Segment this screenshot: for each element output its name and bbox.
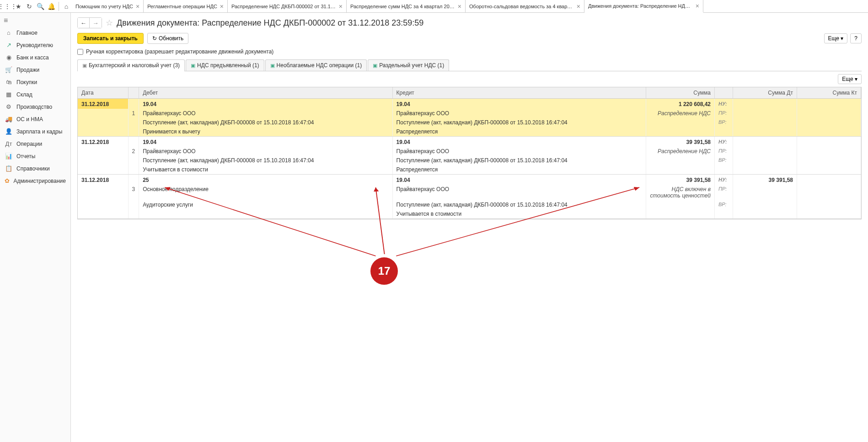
entry-detail-row[interactable]: 2 Прайватерхаус ООО Прайватерхаус ООО Ра… — [78, 147, 861, 156]
currency-label: ПР: — [715, 109, 733, 118]
inner-tab-label: Необлагаемые НДС операции (1) — [277, 62, 362, 69]
tab-close-icon[interactable]: × — [339, 3, 343, 10]
sidebar-item[interactable]: 👤Зарплата и кадры — [0, 125, 70, 138]
credit-account: 19.04 — [392, 99, 646, 109]
currency-label: НУ: — [715, 175, 733, 185]
sidebar-icon: ↗ — [5, 42, 13, 48]
tab-close-icon[interactable]: × — [136, 3, 139, 10]
desc-cell — [646, 118, 715, 127]
entry-number: 2 — [128, 147, 139, 156]
entry-detail-row[interactable]: Поступление (акт, накладная) ДКБП-000008… — [78, 118, 861, 127]
search-icon[interactable]: 🔍 — [35, 1, 46, 12]
sidebar-item[interactable]: ⌂Главное — [0, 27, 70, 39]
sidebar-item[interactable]: ▦Склад — [0, 88, 70, 101]
page-header: ← → ☆ Движения документа: Распределение … — [77, 17, 862, 28]
bell-icon[interactable]: 🔔 — [46, 1, 57, 12]
nav-back-button[interactable]: ← — [78, 18, 90, 28]
annotation-badge: 17 — [370, 257, 398, 285]
sum-kt — [797, 175, 861, 185]
sidebar-item[interactable]: 🛒Продажи — [0, 64, 70, 76]
home-icon[interactable]: ⌂ — [61, 1, 72, 12]
tab-close-icon[interactable]: × — [577, 3, 580, 10]
entry-header-row[interactable]: 31.12.2018 25 19.04 39 391,58 НУ: 39 391… — [78, 175, 861, 185]
sidebar-item[interactable]: 📊Отчеты — [0, 150, 70, 162]
entry-header-row[interactable]: 31.12.2018 19.04 19.04 39 391,58 НУ: — [78, 137, 861, 147]
hamburger-icon[interactable]: ≡ — [0, 15, 70, 27]
sidebar-item[interactable]: 🛍Покупки — [0, 76, 70, 88]
sidebar-item[interactable]: ✿Администрирование — [0, 175, 70, 187]
nav-forward-button[interactable]: → — [90, 18, 102, 28]
help-button[interactable]: ? — [850, 33, 862, 43]
refresh-button[interactable]: ↻ Обновить — [147, 33, 188, 44]
debit-detail: Учитывается в стоимости — [139, 165, 392, 174]
currency-label: ВР: — [715, 156, 733, 165]
sidebar-icon: Дт — [5, 140, 13, 147]
column-header[interactable]: Сумма Дт — [733, 87, 797, 99]
column-header[interactable]: Дата — [78, 87, 128, 99]
inner-tab-icon: ▣ — [373, 63, 377, 69]
app-tab[interactable]: Помощник по учету НДС× — [72, 0, 144, 13]
debit-detail: Принимается к вычету — [139, 127, 392, 136]
inner-tab-icon: ▣ — [270, 63, 275, 69]
column-header[interactable]: Дебет — [139, 87, 392, 99]
app-tab[interactable]: Распределение НДС ДКБП-000002 от 31.12..… — [228, 0, 347, 13]
debit-account: 19.04 — [139, 137, 392, 147]
app-tab[interactable]: Регламентные операции НДС× — [144, 0, 228, 13]
sidebar-icon: ▦ — [5, 91, 13, 98]
app-tab[interactable]: Движения документа: Распределение НДС ..… — [584, 0, 703, 13]
entry-detail-row[interactable]: Учитывается в стоимости — [78, 209, 861, 218]
currency-label: ПР: — [715, 185, 733, 200]
tab-close-icon[interactable]: × — [458, 3, 461, 10]
debit-detail: Основное подразделение — [139, 185, 392, 200]
desc-cell — [646, 165, 715, 174]
save-close-button[interactable]: Записать и закрыть — [77, 33, 144, 44]
manual-edit-label: Ручная корректировка (разрешает редактир… — [86, 48, 273, 55]
entry-detail-row[interactable]: Поступление (акт, накладная) ДКБП-000008… — [78, 156, 861, 165]
credit-detail: Распределяется — [392, 127, 646, 136]
sidebar-icon: ◉ — [5, 54, 13, 61]
inner-tab[interactable]: ▣Бухгалтерский и налоговый учет (3) — [77, 59, 185, 71]
entry-detail-row[interactable]: 3 Основное подразделение Прайватерхаус О… — [78, 185, 861, 200]
more-button[interactable]: Еще ▾ — [824, 33, 848, 43]
sidebar-label: Производство — [16, 104, 52, 110]
history-icon[interactable]: ↻ — [24, 1, 35, 12]
sidebar-item[interactable]: ДтОперации — [0, 138, 70, 150]
sum-kt — [797, 99, 861, 109]
inner-tab[interactable]: ▣НДС предъявленный (1) — [186, 59, 264, 71]
table-more-button[interactable]: Еще ▾ — [838, 74, 862, 84]
sum-dt: 39 391,58 — [733, 175, 797, 185]
credit-detail: Поступление (акт, накладная) ДКБП-000008… — [392, 200, 646, 209]
sidebar-item[interactable]: ↗Руководителю — [0, 39, 70, 51]
entry-detail-row[interactable]: 1 Прайватерхаус ООО Прайватерхаус ООО Ра… — [78, 109, 861, 118]
sidebar-item[interactable]: 🚚ОС и НМА — [0, 113, 70, 125]
column-header[interactable] — [715, 87, 733, 99]
sidebar-item[interactable]: ◉Банк и касса — [0, 51, 70, 64]
inner-tab[interactable]: ▣Необлагаемые НДС операции (1) — [265, 59, 367, 71]
desc-cell — [646, 209, 715, 218]
sidebar-item[interactable]: ⚙Производство — [0, 101, 70, 113]
entry-detail-row[interactable]: Учитывается в стоимости Распределяется — [78, 165, 861, 174]
entry-detail-row[interactable]: Принимается к вычету Распределяется — [78, 127, 861, 136]
inner-tabs: ▣Бухгалтерский и налоговый учет (3)▣НДС … — [77, 59, 862, 71]
sidebar-label: Продажи — [16, 67, 39, 73]
credit-detail: Распределяется — [392, 165, 646, 174]
column-header[interactable]: Кредит — [392, 87, 646, 99]
tab-close-icon[interactable]: × — [696, 2, 699, 10]
sidebar-item[interactable]: 📋Справочники — [0, 162, 70, 175]
app-tab[interactable]: Оборотно-сальдовая ведомость за 4 кварта… — [466, 0, 584, 13]
manual-edit-checkbox[interactable] — [77, 49, 83, 55]
apps-icon[interactable]: ⋮⋮⋮ — [2, 1, 13, 12]
star-icon[interactable]: ★ — [13, 1, 24, 12]
entry-detail-row[interactable]: Аудиторские услуги Поступление (акт, нак… — [78, 200, 861, 209]
desc-cell: Распределение НДС — [646, 109, 715, 118]
inner-tab[interactable]: ▣Раздельный учет НДС (1) — [368, 59, 449, 71]
content-area: ← → ☆ Движения документа: Распределение … — [71, 13, 868, 442]
sidebar-icon: ✿ — [5, 177, 10, 184]
column-header[interactable]: Сумма Кт — [797, 87, 861, 99]
tab-close-icon[interactable]: × — [220, 3, 224, 10]
favorite-icon[interactable]: ☆ — [106, 18, 113, 28]
sum-cell: 39 391,58 — [646, 137, 715, 147]
entry-header-row[interactable]: 31.12.2018 19.04 19.04 1 220 608,42 НУ: — [78, 99, 861, 109]
column-header[interactable]: Сумма — [646, 87, 715, 99]
app-tab[interactable]: Распределение сумм НДС за 4 квартал 201.… — [347, 0, 466, 13]
